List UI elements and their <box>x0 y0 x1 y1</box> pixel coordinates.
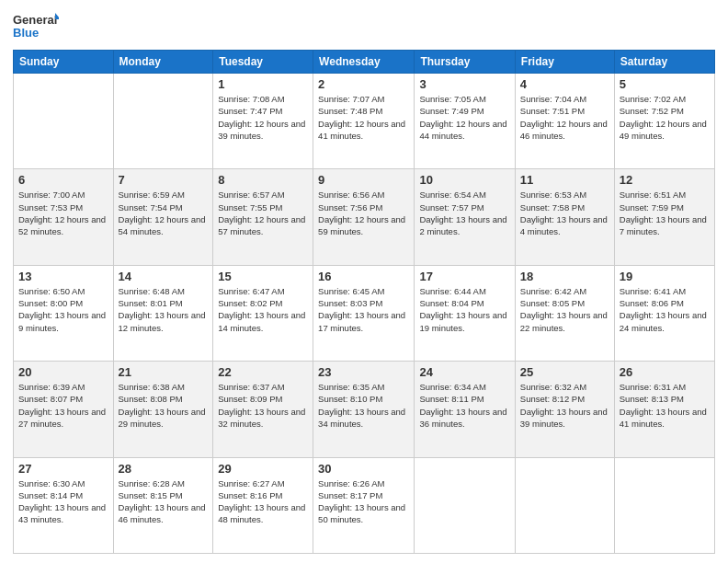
calendar-cell: 14Sunrise: 6:48 AMSunset: 8:01 PMDayligh… <box>113 265 213 361</box>
day-number: 12 <box>620 173 710 187</box>
calendar-cell <box>515 457 614 553</box>
day-number: 1 <box>218 77 308 91</box>
day-info: Sunrise: 7:08 AMSunset: 7:47 PMDaylight:… <box>218 93 308 142</box>
day-number: 7 <box>119 173 209 187</box>
calendar-cell: 15Sunrise: 6:47 AMSunset: 8:02 PMDayligh… <box>213 265 313 361</box>
day-number: 16 <box>318 270 409 283</box>
calendar-cell: 16Sunrise: 6:45 AMSunset: 8:03 PMDayligh… <box>313 265 415 361</box>
header-monday: Monday <box>113 51 213 74</box>
header-wednesday: Wednesday <box>313 51 415 74</box>
header-thursday: Thursday <box>415 51 515 74</box>
day-number: 29 <box>218 462 308 476</box>
day-number: 20 <box>18 365 108 379</box>
day-number: 28 <box>119 462 209 476</box>
day-number: 24 <box>419 365 509 379</box>
day-number: 25 <box>520 365 609 379</box>
day-info: Sunrise: 7:05 AMSunset: 7:49 PMDaylight:… <box>419 93 509 142</box>
day-number: 10 <box>419 173 509 187</box>
day-info: Sunrise: 6:39 AMSunset: 8:07 PMDaylight:… <box>18 381 108 430</box>
calendar-cell: 4Sunrise: 7:04 AMSunset: 7:51 PMDaylight… <box>515 74 614 169</box>
calendar-cell: 20Sunrise: 6:39 AMSunset: 8:07 PMDayligh… <box>14 362 114 457</box>
calendar-cell: 19Sunrise: 6:41 AMSunset: 8:06 PMDayligh… <box>614 265 714 361</box>
day-info: Sunrise: 7:00 AMSunset: 7:53 PMDaylight:… <box>18 189 108 237</box>
day-info: Sunrise: 6:50 AMSunset: 8:00 PMDaylight:… <box>18 285 108 334</box>
day-info: Sunrise: 6:57 AMSunset: 7:55 PMDaylight:… <box>218 189 308 237</box>
svg-text:Blue: Blue <box>13 26 39 40</box>
calendar-cell: 13Sunrise: 6:50 AMSunset: 8:00 PMDayligh… <box>14 265 114 361</box>
day-info: Sunrise: 6:45 AMSunset: 8:03 PMDaylight:… <box>318 285 409 334</box>
calendar-cell: 21Sunrise: 6:38 AMSunset: 8:08 PMDayligh… <box>113 362 213 457</box>
calendar-table: SundayMondayTuesdayWednesdayThursdayFrid… <box>13 50 715 554</box>
day-number: 5 <box>620 77 710 91</box>
svg-text:General: General <box>13 13 57 27</box>
day-info: Sunrise: 6:26 AMSunset: 8:17 PMDaylight:… <box>318 477 409 526</box>
day-info: Sunrise: 6:56 AMSunset: 7:56 PMDaylight:… <box>318 189 409 237</box>
calendar-cell: 8Sunrise: 6:57 AMSunset: 7:55 PMDaylight… <box>213 169 313 265</box>
day-number: 17 <box>419 270 509 283</box>
day-info: Sunrise: 6:34 AMSunset: 8:11 PMDaylight:… <box>419 381 509 430</box>
header-saturday: Saturday <box>614 51 714 74</box>
calendar-cell: 10Sunrise: 6:54 AMSunset: 7:57 PMDayligh… <box>415 169 515 265</box>
day-number: 6 <box>18 173 108 187</box>
calendar-cell: 6Sunrise: 7:00 AMSunset: 7:53 PMDaylight… <box>14 169 114 265</box>
day-info: Sunrise: 6:47 AMSunset: 8:02 PMDaylight:… <box>218 285 308 334</box>
calendar-cell: 27Sunrise: 6:30 AMSunset: 8:14 PMDayligh… <box>14 457 114 553</box>
calendar-cell: 2Sunrise: 7:07 AMSunset: 7:48 PMDaylight… <box>313 74 415 169</box>
day-info: Sunrise: 6:59 AMSunset: 7:54 PMDaylight:… <box>119 189 209 237</box>
calendar-header: SundayMondayTuesdayWednesdayThursdayFrid… <box>14 51 715 74</box>
calendar-cell: 11Sunrise: 6:53 AMSunset: 7:58 PMDayligh… <box>515 169 614 265</box>
day-info: Sunrise: 6:42 AMSunset: 8:05 PMDaylight:… <box>520 285 609 334</box>
day-info: Sunrise: 7:02 AMSunset: 7:52 PMDaylight:… <box>620 93 710 142</box>
calendar-cell <box>113 74 213 169</box>
calendar-cell: 1Sunrise: 7:08 AMSunset: 7:47 PMDaylight… <box>213 74 313 169</box>
calendar-cell: 22Sunrise: 6:37 AMSunset: 8:09 PMDayligh… <box>213 362 313 457</box>
day-number: 4 <box>520 77 609 91</box>
calendar-cell: 7Sunrise: 6:59 AMSunset: 7:54 PMDaylight… <box>113 169 213 265</box>
week-row-5: 27Sunrise: 6:30 AMSunset: 8:14 PMDayligh… <box>14 457 715 553</box>
calendar-cell: 28Sunrise: 6:28 AMSunset: 8:15 PMDayligh… <box>113 457 213 553</box>
week-row-3: 13Sunrise: 6:50 AMSunset: 8:00 PMDayligh… <box>14 265 715 361</box>
day-info: Sunrise: 6:53 AMSunset: 7:58 PMDaylight:… <box>520 189 609 237</box>
header-friday: Friday <box>515 51 614 74</box>
calendar-cell: 30Sunrise: 6:26 AMSunset: 8:17 PMDayligh… <box>313 457 415 553</box>
day-number: 8 <box>218 173 308 187</box>
day-number: 30 <box>318 462 409 476</box>
day-number: 3 <box>419 77 509 91</box>
day-info: Sunrise: 6:27 AMSunset: 8:16 PMDaylight:… <box>218 477 308 526</box>
day-info: Sunrise: 6:41 AMSunset: 8:06 PMDaylight:… <box>620 285 710 334</box>
calendar-cell <box>14 74 114 169</box>
week-row-4: 20Sunrise: 6:39 AMSunset: 8:07 PMDayligh… <box>14 362 715 457</box>
day-number: 18 <box>520 270 609 283</box>
day-number: 11 <box>520 173 609 187</box>
day-number: 27 <box>18 462 108 476</box>
day-number: 13 <box>18 270 108 283</box>
day-number: 19 <box>620 270 710 283</box>
header-tuesday: Tuesday <box>213 51 313 74</box>
header-sunday: Sunday <box>14 51 114 74</box>
header: General Blue <box>13 9 715 42</box>
day-info: Sunrise: 6:54 AMSunset: 7:57 PMDaylight:… <box>419 189 509 237</box>
logo-svg: General Blue <box>13 9 59 42</box>
calendar-cell: 25Sunrise: 6:32 AMSunset: 8:12 PMDayligh… <box>515 362 614 457</box>
calendar-cell: 24Sunrise: 6:34 AMSunset: 8:11 PMDayligh… <box>415 362 515 457</box>
calendar-body: 1Sunrise: 7:08 AMSunset: 7:47 PMDaylight… <box>14 74 715 554</box>
logo: General Blue <box>13 9 59 42</box>
day-info: Sunrise: 6:38 AMSunset: 8:08 PMDaylight:… <box>119 381 209 430</box>
week-row-1: 1Sunrise: 7:08 AMSunset: 7:47 PMDaylight… <box>14 74 715 169</box>
day-info: Sunrise: 6:44 AMSunset: 8:04 PMDaylight:… <box>419 285 509 334</box>
day-info: Sunrise: 6:32 AMSunset: 8:12 PMDaylight:… <box>520 381 609 430</box>
day-info: Sunrise: 6:31 AMSunset: 8:13 PMDaylight:… <box>620 381 710 430</box>
calendar-cell: 3Sunrise: 7:05 AMSunset: 7:49 PMDaylight… <box>415 74 515 169</box>
day-info: Sunrise: 7:07 AMSunset: 7:48 PMDaylight:… <box>318 93 409 142</box>
page: General Blue SundayMondayTuesdayWednesda… <box>0 0 728 563</box>
calendar-cell: 12Sunrise: 6:51 AMSunset: 7:59 PMDayligh… <box>614 169 714 265</box>
calendar-cell: 18Sunrise: 6:42 AMSunset: 8:05 PMDayligh… <box>515 265 614 361</box>
calendar-cell: 26Sunrise: 6:31 AMSunset: 8:13 PMDayligh… <box>614 362 714 457</box>
day-info: Sunrise: 6:35 AMSunset: 8:10 PMDaylight:… <box>318 381 409 430</box>
header-row: SundayMondayTuesdayWednesdayThursdayFrid… <box>14 51 715 74</box>
calendar-cell: 17Sunrise: 6:44 AMSunset: 8:04 PMDayligh… <box>415 265 515 361</box>
calendar-cell: 5Sunrise: 7:02 AMSunset: 7:52 PMDaylight… <box>614 74 714 169</box>
day-info: Sunrise: 6:48 AMSunset: 8:01 PMDaylight:… <box>119 285 209 334</box>
day-number: 15 <box>218 270 308 283</box>
day-number: 23 <box>318 365 409 379</box>
